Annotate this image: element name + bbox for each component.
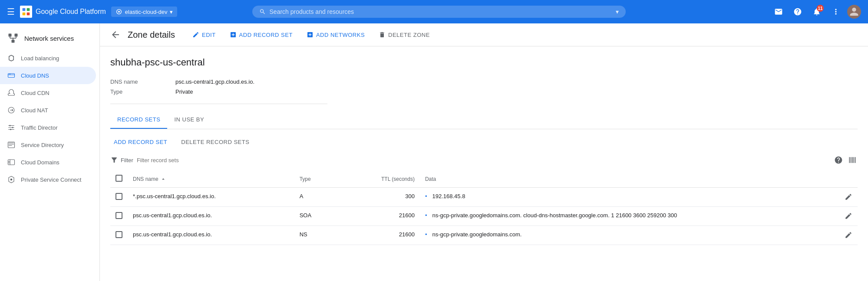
svg-point-23 xyxy=(10,179,13,181)
svg-rect-0 xyxy=(23,8,26,11)
page-header: Zone details EDIT ADD RECORD SET ADD NET… xyxy=(100,23,868,46)
dns-name-cell: *.psc.us-central1.gcp.cloud.es.io. xyxy=(128,188,294,207)
sidebar-item-traffic-director[interactable]: Traffic Director xyxy=(0,119,96,136)
tab-record-sets[interactable]: RECORD SETS xyxy=(110,111,167,129)
filter-input[interactable] xyxy=(137,157,830,163)
dns-name-header[interactable]: DNS name xyxy=(128,170,294,188)
svg-rect-7 xyxy=(15,34,18,37)
table-area: ADD RECORD SET DELETE RECORD SETS Filter xyxy=(100,129,868,252)
type-value: Private xyxy=(175,87,327,97)
dns-name-label: DNS name xyxy=(110,77,175,87)
filter-icon-btn[interactable]: Filter xyxy=(110,156,133,164)
data-cell: •192.168.45.8 xyxy=(420,188,839,207)
ttl-cell: 21600 xyxy=(350,207,420,226)
cloud-nat-icon xyxy=(7,106,16,114)
back-button[interactable] xyxy=(110,29,121,40)
row-checkbox-cell[interactable] xyxy=(110,207,128,226)
user-avatar[interactable] xyxy=(847,5,861,19)
tabs: RECORD SETS IN USE BY xyxy=(110,111,858,129)
row-checkbox[interactable] xyxy=(116,193,122,200)
delete-zone-button[interactable]: DELETE ZONE xyxy=(375,29,433,41)
edit-cell[interactable] xyxy=(839,226,858,245)
load-balancing-icon xyxy=(7,54,16,62)
project-selector[interactable]: elastic-cloud-dev ▾ xyxy=(111,7,178,17)
edit-row-button[interactable] xyxy=(845,193,852,201)
svg-rect-2 xyxy=(23,13,26,16)
sidebar-item-cloud-dns[interactable]: Cloud DNS xyxy=(0,67,96,84)
svg-rect-1 xyxy=(27,8,30,11)
svg-rect-22 xyxy=(8,160,15,165)
row-checkbox-cell[interactable] xyxy=(110,226,128,245)
more-options-icon-btn[interactable] xyxy=(828,4,844,20)
svg-point-20 xyxy=(10,129,11,130)
table-row: psc.us-central1.gcp.cloud.es.io.NS21600•… xyxy=(110,226,858,245)
email-icon-btn[interactable] xyxy=(771,4,786,20)
app-logo: Google Cloud Platform xyxy=(20,6,106,18)
zone-details-grid: DNS name psc.us-central1.gcp.cloud.es.io… xyxy=(110,77,327,104)
svg-point-15 xyxy=(9,74,10,75)
data-header: Data xyxy=(420,170,839,188)
row-checkbox[interactable] xyxy=(116,231,122,238)
private-service-connect-icon xyxy=(7,175,16,184)
table-add-record-set-button[interactable]: ADD RECORD SET xyxy=(110,136,171,148)
edit-row-button[interactable] xyxy=(845,231,852,239)
cloud-dns-icon xyxy=(7,71,16,80)
sidebar-title: Network services xyxy=(24,35,74,42)
zone-content: shubha-psc-us-central DNS name psc.us-ce… xyxy=(100,46,868,129)
sidebar-item-label: Cloud DNS xyxy=(21,72,49,79)
add-networks-button[interactable]: ADD NETWORKS xyxy=(303,29,368,41)
edit-button[interactable]: EDIT xyxy=(189,29,219,41)
add-record-set-label: ADD RECORD SET xyxy=(239,32,293,38)
data-cell: •ns-gcp-private.googledomains.com. xyxy=(420,226,839,245)
dns-name-cell: psc.us-central1.gcp.cloud.es.io. xyxy=(128,226,294,245)
edit-cell[interactable] xyxy=(839,188,858,207)
edit-cell[interactable] xyxy=(839,207,858,226)
row-checkbox-cell[interactable] xyxy=(110,188,128,207)
bullet-icon: • xyxy=(425,212,427,219)
sidebar-item-cloud-nat[interactable]: Cloud NAT xyxy=(0,101,96,119)
sidebar-item-label: Service Directory xyxy=(21,142,64,148)
svg-point-16 xyxy=(10,74,11,75)
select-all-checkbox[interactable] xyxy=(116,175,122,182)
sidebar-item-load-balancing[interactable]: Load balancing xyxy=(0,49,96,67)
svg-point-5 xyxy=(118,11,120,13)
service-directory-icon xyxy=(7,140,16,149)
select-all-header[interactable] xyxy=(110,170,128,188)
search-bar[interactable]: ▾ xyxy=(252,6,626,18)
sidebar-item-label: Cloud CDN xyxy=(21,90,50,96)
svg-rect-13 xyxy=(8,74,15,78)
edit-row-button[interactable] xyxy=(845,212,852,220)
data-value: ns-gcp-private.googledomains.com. xyxy=(432,231,521,238)
sidebar-item-cloud-domains[interactable]: Cloud Domains xyxy=(0,154,96,171)
sidebar-item-cloud-cdn[interactable]: Cloud CDN xyxy=(0,84,96,101)
svg-point-18 xyxy=(10,125,11,126)
table-actions: ADD RECORD SET DELETE RECORD SETS xyxy=(110,136,858,148)
row-checkbox[interactable] xyxy=(116,212,122,219)
type-cell: NS xyxy=(294,226,350,245)
records-table: DNS name Type TTL (seconds) Data xyxy=(110,170,858,245)
sidebar-item-label: Cloud Domains xyxy=(21,159,59,166)
app-layout: Network services Load balancing Cloud DN… xyxy=(0,23,868,281)
type-header: Type xyxy=(294,170,350,188)
project-dropdown-icon: ▾ xyxy=(170,9,173,15)
notification-icon-btn[interactable]: 11 xyxy=(809,4,825,20)
bullet-icon: • xyxy=(425,193,427,199)
help-circle-icon[interactable] xyxy=(833,155,844,165)
actions-header xyxy=(839,170,858,188)
svg-rect-6 xyxy=(9,34,12,37)
sidebar-item-label: Load balancing xyxy=(21,55,59,62)
sidebar-item-service-directory[interactable]: Service Directory xyxy=(0,136,96,154)
table-delete-record-sets-button[interactable]: DELETE RECORD SETS xyxy=(178,136,253,148)
sidebar-item-private-service-connect[interactable]: Private Service Connect xyxy=(0,171,96,188)
sidebar-header: Network services xyxy=(0,27,99,49)
menu-icon[interactable]: ☰ xyxy=(7,7,15,17)
search-input[interactable] xyxy=(270,8,613,15)
zone-name: shubha-psc-us-central xyxy=(110,57,858,68)
columns-icon[interactable] xyxy=(847,155,858,165)
sidebar-item-label: Cloud NAT xyxy=(21,107,48,114)
table-row: psc.us-central1.gcp.cloud.es.io.SOA21600… xyxy=(110,207,858,226)
help-icon-btn[interactable] xyxy=(790,4,805,20)
page-title: Zone details xyxy=(128,30,175,40)
tab-in-use-by[interactable]: IN USE BY xyxy=(167,111,211,129)
add-record-set-button[interactable]: ADD RECORD SET xyxy=(226,29,296,41)
